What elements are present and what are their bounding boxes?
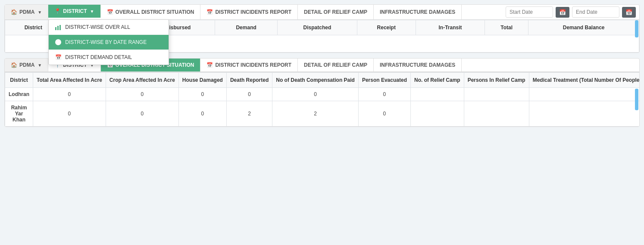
scroll-bar-bottom[interactable] xyxy=(635,89,638,110)
dropdown-label-1: DISTRICT-WISE BY DATE RANGE xyxy=(65,39,147,45)
top-section: 🏠 PDMA ▼ 📍 DISTRICT ▼ xyxy=(4,4,640,53)
calendar-small-icon: 📅 xyxy=(55,54,62,61)
col-total-area: Total Area Affected In Acre xyxy=(33,73,106,88)
col-compensation-paid: No of Death Compensation Paid xyxy=(272,73,359,88)
detail-relief-label-top: DETAIL OF RELIEF CAMP xyxy=(304,9,367,15)
overall-district-tab-top[interactable]: 📅 OVERALL DISTRICT SITUATION xyxy=(101,5,201,19)
district-incidents-tab-top[interactable]: 📅 DISTRICT INCIDENTS REPORT xyxy=(200,5,298,19)
detail-relief-tab-bottom[interactable]: DETAIL OF RELIEF CAMP xyxy=(298,59,374,71)
col-persons-relief: Persons In Relief Camp xyxy=(464,73,529,88)
infrastructure-tab-top[interactable]: INFRASTRUCTURE DAMAGES xyxy=(374,5,462,19)
bottom-table: District Total Area Affected In Acre Cro… xyxy=(5,72,639,127)
pdma-menu[interactable]: 🏠 PDMA ▼ xyxy=(5,5,48,19)
home-icon-bottom: 🏠 xyxy=(11,62,17,68)
col-medical-treatment: Medical Treatment (Total Number Of Peopl… xyxy=(529,73,639,88)
calendar-icon-bottom2: 📅 xyxy=(206,62,213,68)
col-dispatched-top: Dispatched xyxy=(278,20,357,35)
overall-district-label-top: OVERALL DISTRICT SITUATION xyxy=(116,9,194,15)
col-house-damaged: House Damaged xyxy=(178,73,226,88)
svg-rect-0 xyxy=(55,27,56,30)
infrastructure-label-bottom: INFRASTRUCTURE DAMAGES xyxy=(380,62,455,68)
pdma-label-bottom: PDMA xyxy=(19,62,34,68)
col-person-evacuated: Person Evacuated xyxy=(358,73,410,88)
home-icon: 🏠 xyxy=(11,9,17,15)
district-dropdown-container: 📍 DISTRICT ▼ DISTRICT-WISE OVER ALL xyxy=(48,5,100,19)
detail-relief-label-bottom: DETAIL OF RELIEF CAMP xyxy=(304,62,367,68)
col-intransit-top: In-Transit xyxy=(416,20,485,35)
circle-icon xyxy=(55,39,62,46)
calendar-icon-top2: 📅 xyxy=(206,9,213,15)
district-incidents-label-top: DISTRICT INCIDENTS REPORT xyxy=(215,9,291,15)
col-district-bottom: District xyxy=(5,73,33,88)
dropdown-item-2[interactable]: 📅 DISTRICT DEMAND DETAIL xyxy=(49,50,169,65)
calendar-icon-top1: 📅 xyxy=(107,9,113,15)
pdma-chevron-bottom: ▼ xyxy=(38,63,42,68)
bar-chart-icon xyxy=(55,24,62,31)
dropdown-label-0: DISTRICT-WISE OVER ALL xyxy=(65,24,130,30)
district-incidents-label-bottom: DISTRICT INCIDENTS REPORT xyxy=(215,62,291,68)
col-demand-top: Demand xyxy=(215,20,278,35)
detail-relief-tab-top[interactable]: DETAIL OF RELIEF CAMP xyxy=(298,5,374,19)
infrastructure-tab-bottom[interactable]: INFRASTRUCTURE DAMAGES xyxy=(374,59,462,71)
district-label: DISTRICT xyxy=(63,8,87,14)
dropdown-item-1[interactable]: DISTRICT-WISE BY DATE RANGE xyxy=(49,35,169,50)
col-crop-area: Crop Area Affected In Acre xyxy=(106,73,178,88)
pdma-chevron: ▼ xyxy=(38,10,42,15)
district-incidents-tab-bottom[interactable]: 📅 DISTRICT INCIDENTS REPORT xyxy=(200,59,298,71)
district-dropdown-menu: DISTRICT-WISE OVER ALL DISTRICT-WISE BY … xyxy=(48,19,169,65)
pdma-menu-bottom[interactable]: 🏠 PDMA ▼ xyxy=(5,59,48,71)
table-row: Lodhran0000002017-07-06 xyxy=(5,88,640,101)
col-total-top: Total xyxy=(485,20,528,35)
svg-point-4 xyxy=(57,41,59,43)
end-date-input[interactable] xyxy=(572,6,619,18)
start-date-calendar-button[interactable]: 📅 xyxy=(556,7,569,18)
district-menu[interactable]: 📍 DISTRICT ▼ xyxy=(48,5,100,18)
scroll-bar-top[interactable] xyxy=(635,20,638,37)
district-chevron: ▼ xyxy=(90,9,94,14)
svg-rect-1 xyxy=(57,26,59,30)
col-receipt-top: Receipt xyxy=(357,20,416,35)
end-date-calendar-button[interactable]: 📅 xyxy=(622,7,636,18)
start-date-input[interactable] xyxy=(506,6,553,18)
date-range-container: 📅 📅 xyxy=(502,5,639,19)
pdma-label: PDMA xyxy=(19,9,34,15)
col-relief-camp: No. of Relief Camp xyxy=(410,73,464,88)
col-demand-balance-top: Demand Balance xyxy=(528,20,639,35)
svg-rect-2 xyxy=(59,25,61,30)
bottom-table-container: District Total Area Affected In Acre Cro… xyxy=(5,72,639,127)
infrastructure-label-top: INFRASTRUCTURE DAMAGES xyxy=(380,9,455,15)
dropdown-item-0[interactable]: DISTRICT-WISE OVER ALL xyxy=(49,20,169,35)
bottom-section: 🏠 PDMA ▼ 📍 DISTRICT ▼ 📅 OVERALL DISTRICT… xyxy=(4,58,640,127)
dropdown-label-2: DISTRICT DEMAND DETAIL xyxy=(65,54,132,60)
table-row: Rahim Yar Khan0002202017-07-04 xyxy=(5,101,640,127)
col-death-reported: Death Reported xyxy=(226,73,272,88)
pin-icon: 📍 xyxy=(54,8,61,14)
